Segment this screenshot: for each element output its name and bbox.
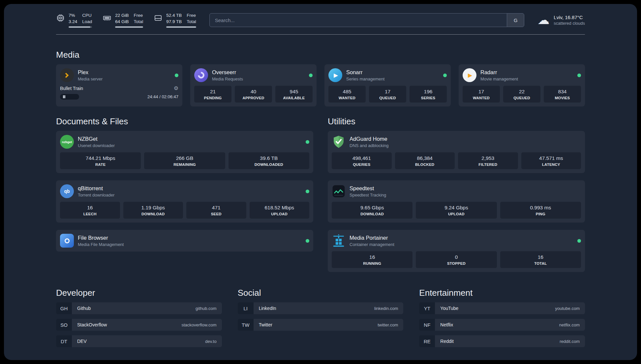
stat-value: 618.52 Mbps bbox=[251, 205, 308, 211]
sonarr-icon: ▶ bbox=[328, 68, 342, 82]
status-dot bbox=[306, 190, 309, 193]
service-card-overseerr[interactable]: Overseerr Media Requests 21 PENDING 40 A… bbox=[190, 64, 317, 106]
bookmark-name: Github bbox=[77, 306, 91, 311]
stat-ping: 0.993 ms PING bbox=[500, 202, 581, 219]
pause-icon[interactable] bbox=[63, 95, 65, 98]
bookmark-abbr: RE bbox=[419, 335, 435, 347]
bookmark-abbr: TW bbox=[238, 319, 254, 331]
stat-available: 945 AVAILABLE bbox=[275, 86, 313, 103]
service-card-plex[interactable]: Plex Media server Bullet Train ⚙ 24:44 /… bbox=[56, 64, 182, 106]
stat-download: 9.65 Gbps DOWNLOAD bbox=[332, 202, 412, 219]
bookmark-domain: github.com bbox=[196, 306, 217, 311]
bookmark-abbr: NF bbox=[419, 319, 435, 331]
stat-value: 17 bbox=[370, 89, 405, 95]
stat-total: 16 TOTAL bbox=[500, 251, 581, 268]
stat-value: 40 bbox=[236, 89, 271, 95]
service-name: Radarr bbox=[480, 69, 573, 76]
bookmark-youtube[interactable]: YT YouTube youtube.com bbox=[419, 302, 585, 314]
stat-label: QUEUED bbox=[370, 96, 405, 100]
disk-total-label: Total bbox=[187, 19, 196, 25]
cpu-usage: 7% bbox=[69, 13, 77, 19]
stat-label: TOTAL bbox=[502, 261, 580, 265]
service-subtitle: Torrent downloader bbox=[78, 193, 302, 197]
service-subtitle: Movie management bbox=[480, 76, 573, 81]
stat-pending: 21 PENDING bbox=[194, 86, 231, 103]
bookmark-dev[interactable]: DT DEV dev.to bbox=[56, 335, 222, 347]
stat-value: 471 bbox=[188, 205, 245, 211]
stat-value: 945 bbox=[277, 89, 311, 95]
stat-value: 9.24 Gbps bbox=[417, 205, 495, 211]
social-section: Social LI LinkedIn linkedin.com TW Twitt… bbox=[238, 288, 404, 347]
stat-label: QUERIES bbox=[333, 163, 390, 167]
stat-value: 0 bbox=[417, 254, 495, 260]
section-title-social: Social bbox=[238, 288, 404, 298]
stat-value: 9.65 Gbps bbox=[333, 205, 411, 211]
plex-now-playing-widget: Bullet Train ⚙ 24:44 / 02:06:47 bbox=[60, 86, 178, 100]
disk-total: 97.9 TB bbox=[166, 19, 182, 25]
stats-row: 744.21 Mbps RATE 266 GB REMAINING 39.6 T… bbox=[60, 152, 309, 169]
stat-latency: 47.571 ms LATENCY bbox=[521, 152, 581, 169]
service-name: AdGuard Home bbox=[350, 136, 581, 142]
bookmark-abbr: DT bbox=[56, 335, 72, 347]
middle-columns: Documents & Files nzbget NZBGet Usenet d… bbox=[56, 116, 585, 272]
bookmark-domain: stackoverflow.com bbox=[181, 322, 216, 327]
stat-label: DOWNLOAD bbox=[333, 212, 411, 216]
bookmark-abbr: SO bbox=[56, 319, 72, 331]
service-name: NZBGet bbox=[78, 136, 302, 142]
service-name: Overseerr bbox=[212, 69, 305, 76]
service-card-portainer[interactable]: Media Portainer Container management 16 … bbox=[328, 230, 585, 272]
stat-queued: 17 QUEUED bbox=[369, 86, 406, 103]
bookmark-linkedin[interactable]: LI LinkedIn linkedin.com bbox=[238, 302, 404, 314]
bookmark-netflix[interactable]: NF Netflix netflix.com bbox=[419, 319, 585, 331]
resource-widgets: 7% 3.24 CPU Load bbox=[56, 13, 196, 28]
section-title-media: Media bbox=[56, 50, 585, 60]
cpu-load-label: Load bbox=[82, 19, 92, 25]
stat-value: 39.6 TB bbox=[230, 155, 308, 161]
memory-total-label: Total bbox=[134, 19, 143, 25]
service-card-adguard[interactable]: AdGuard Home DNS and adblocking 498,461 … bbox=[328, 131, 585, 173]
bookmark-github[interactable]: GH Github github.com bbox=[56, 302, 222, 314]
section-title-utilities: Utilities bbox=[328, 116, 585, 127]
stat-value: 196 bbox=[411, 89, 445, 95]
service-card-qbittorrent[interactable]: qb qBittorrent Torrent downloader 16 LEE… bbox=[56, 180, 313, 223]
service-card-sonarr[interactable]: ▶ Sonarr Series management 485 WANTED 17… bbox=[324, 64, 451, 106]
stat-label: APPROVED bbox=[236, 96, 271, 100]
bookmark-stackoverflow[interactable]: SO StackOverflow stackoverflow.com bbox=[56, 319, 222, 331]
stat-label: UPLOAD bbox=[251, 212, 308, 216]
bookmark-reddit[interactable]: RE Reddit reddit.com bbox=[419, 335, 585, 347]
bookmark-twitter[interactable]: TW Twitter twitter.com bbox=[238, 319, 404, 331]
bookmark-name: Netflix bbox=[440, 322, 453, 327]
service-card-speedtest[interactable]: Speedtest Speedtest Tracking 9.65 Gbps D… bbox=[328, 180, 585, 223]
stat-value: 16 bbox=[502, 254, 580, 260]
bookmark-name: DEV bbox=[77, 339, 87, 344]
status-dot bbox=[306, 140, 309, 144]
stat-wanted: 17 WANTED bbox=[463, 86, 500, 103]
stat-label: RATE bbox=[61, 163, 139, 167]
playback-progress[interactable] bbox=[60, 94, 79, 100]
stat-label: AVAILABLE bbox=[277, 96, 311, 100]
bookmark-domain: netflix.com bbox=[559, 322, 580, 327]
service-name: Sonarr bbox=[346, 69, 439, 76]
search-engine-button[interactable]: G bbox=[507, 14, 524, 27]
gear-icon[interactable]: ⚙ bbox=[174, 86, 178, 91]
now-playing-title: Bullet Train bbox=[60, 86, 83, 91]
overseerr-icon bbox=[194, 68, 208, 82]
service-card-filebrowser[interactable]: File Browser Media File Management bbox=[56, 230, 313, 252]
search-input[interactable] bbox=[210, 14, 507, 27]
status-dot bbox=[175, 74, 178, 77]
weather-location: Lviv, 16.87°C bbox=[554, 15, 585, 20]
stat-rate: 744.21 Mbps RATE bbox=[60, 152, 141, 169]
service-subtitle: Media Requests bbox=[212, 76, 305, 81]
status-dot bbox=[306, 239, 309, 243]
disk-readout: 52.4 TB 97.9 TB Free Total bbox=[166, 13, 196, 28]
service-card-nzbget[interactable]: nzbget NZBGet Usenet downloader 744.21 M… bbox=[56, 131, 313, 173]
memory-free-label: Free bbox=[134, 13, 143, 19]
stat-label: UPLOAD bbox=[417, 212, 495, 216]
stat-value: 834 bbox=[545, 89, 580, 95]
stats-row: 485 WANTED 17 QUEUED 196 SERIES bbox=[328, 86, 447, 103]
stat-movies: 834 MOVIES bbox=[544, 86, 581, 103]
service-card-radarr[interactable]: ▶ Radarr Movie management 17 WANTED 22 Q… bbox=[459, 64, 585, 106]
disk-free: 52.4 TB bbox=[166, 13, 182, 19]
memory-free: 22 GiB bbox=[115, 13, 129, 19]
stat-queries: 498,461 QUERIES bbox=[332, 152, 392, 169]
